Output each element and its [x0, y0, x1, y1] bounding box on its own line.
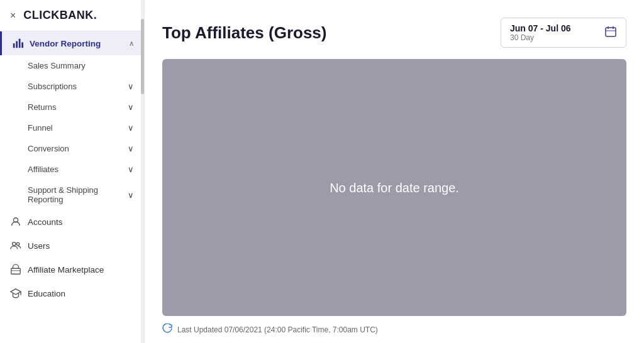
page-header: Top Affiliates (Gross) Jun 07 - Jul 06 3…	[162, 18, 626, 48]
sidebar-item-accounts[interactable]: Accounts	[0, 210, 144, 234]
education-icon	[10, 288, 21, 299]
sidebar-item-conversion[interactable]: Conversion ∨	[0, 138, 144, 159]
sidebar-item-vendor-reporting[interactable]: Vendor Reporting ∧	[0, 31, 144, 55]
svg-rect-10	[606, 28, 616, 36]
sidebar-item-subscriptions[interactable]: Subscriptions ∨	[0, 76, 144, 97]
support-shipping-label: Support & Shipping Reporting	[28, 185, 128, 204]
date-range-picker[interactable]: Jun 07 - Jul 06 30 Day	[501, 18, 626, 48]
svg-point-5	[13, 242, 16, 246]
vendor-reporting-chevron: ∧	[129, 40, 134, 48]
svg-rect-3	[21, 42, 23, 48]
funnel-chevron: ∨	[128, 123, 134, 133]
sidebar-item-funnel[interactable]: Funnel ∨	[0, 117, 144, 138]
subscriptions-chevron: ∨	[128, 82, 134, 91]
affiliates-label: Affiliates	[28, 165, 58, 174]
marketplace-icon	[10, 264, 21, 275]
date-range-main: Jun 07 - Jul 06	[510, 23, 570, 33]
svg-rect-1	[16, 41, 18, 48]
sidebar-item-sales-summary[interactable]: Sales Summary	[0, 55, 144, 76]
svg-rect-0	[13, 43, 15, 48]
subscriptions-label: Subscriptions	[28, 82, 77, 91]
scrollbar-thumb[interactable]	[141, 19, 144, 94]
date-range-sub: 30 Day	[510, 33, 570, 42]
sidebar-item-support-shipping[interactable]: Support & Shipping Reporting ∨	[0, 180, 144, 210]
account-icon	[10, 216, 21, 227]
bar-chart-icon	[12, 38, 23, 49]
support-shipping-chevron: ∨	[128, 190, 134, 200]
app-logo: CLICKBANK.	[23, 9, 97, 22]
accounts-label: Accounts	[28, 217, 134, 227]
sidebar-item-affiliate-marketplace[interactable]: Affiliate Marketplace	[0, 258, 144, 281]
sidebar-item-users[interactable]: Users	[0, 234, 144, 258]
sidebar-item-affiliates[interactable]: Affiliates ∨	[0, 159, 144, 180]
sidebar-item-education[interactable]: Education	[0, 281, 144, 305]
sidebar-logo: × CLICKBANK.	[0, 0, 144, 31]
last-updated-text: Last Updated 07/06/2021 (24:00 Pacific T…	[177, 325, 378, 334]
education-label: Education	[28, 289, 134, 298]
svg-rect-7	[11, 268, 20, 274]
affiliate-marketplace-label: Affiliate Marketplace	[28, 265, 134, 275]
funnel-label: Funnel	[28, 123, 53, 133]
footer-bar: Last Updated 07/06/2021 (24:00 Pacific T…	[162, 316, 626, 343]
no-data-message: No data for date range.	[330, 178, 459, 197]
main-content: Top Affiliates (Gross) Jun 07 - Jul 06 3…	[145, 0, 644, 343]
returns-label: Returns	[28, 102, 57, 112]
svg-point-6	[16, 242, 19, 246]
close-sidebar-button[interactable]: ×	[10, 10, 16, 21]
refresh-icon	[162, 324, 172, 335]
chart-area: No data for date range.	[162, 59, 626, 316]
users-icon	[10, 240, 21, 251]
sidebar-item-returns[interactable]: Returns ∨	[0, 97, 144, 117]
affiliates-chevron: ∨	[128, 165, 134, 174]
date-range-text: Jun 07 - Jul 06 30 Day	[510, 23, 570, 42]
conversion-label: Conversion	[28, 144, 69, 153]
page-title: Top Affiliates (Gross)	[162, 23, 326, 43]
calendar-icon	[604, 25, 617, 41]
svg-marker-8	[11, 289, 21, 295]
svg-rect-2	[19, 39, 21, 48]
users-label: Users	[28, 241, 134, 251]
scrollbar-track	[141, 0, 144, 343]
vendor-reporting-label: Vendor Reporting	[30, 39, 123, 48]
sidebar: × CLICKBANK. Vendor Reporting ∧ Sales Su…	[0, 0, 145, 343]
returns-chevron: ∨	[128, 102, 134, 112]
conversion-chevron: ∨	[128, 144, 134, 153]
